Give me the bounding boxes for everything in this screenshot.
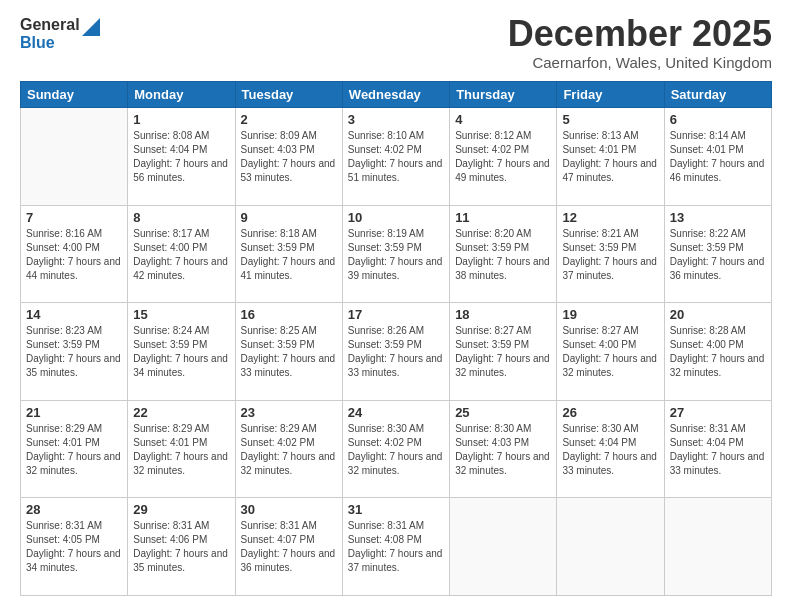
daylight: Daylight: 7 hours and 32 minutes. bbox=[562, 353, 657, 378]
table-row: 2 Sunrise: 8:09 AM Sunset: 4:03 PM Dayli… bbox=[235, 108, 342, 206]
day-number: 15 bbox=[133, 307, 229, 322]
day-number: 2 bbox=[241, 112, 337, 127]
col-sunday: Sunday bbox=[21, 82, 128, 108]
sunrise: Sunrise: 8:17 AM bbox=[133, 228, 209, 239]
table-row: 10 Sunrise: 8:19 AM Sunset: 3:59 PM Dayl… bbox=[342, 205, 449, 303]
table-row: 16 Sunrise: 8:25 AM Sunset: 3:59 PM Dayl… bbox=[235, 303, 342, 401]
sunset: Sunset: 4:00 PM bbox=[670, 339, 744, 350]
day-info: Sunrise: 8:25 AM Sunset: 3:59 PM Dayligh… bbox=[241, 324, 337, 380]
day-number: 4 bbox=[455, 112, 551, 127]
table-row: 20 Sunrise: 8:28 AM Sunset: 4:00 PM Dayl… bbox=[664, 303, 771, 401]
calendar-week-row: 14 Sunrise: 8:23 AM Sunset: 3:59 PM Dayl… bbox=[21, 303, 772, 401]
sunset: Sunset: 4:01 PM bbox=[26, 437, 100, 448]
daylight: Daylight: 7 hours and 49 minutes. bbox=[455, 158, 550, 183]
day-info: Sunrise: 8:20 AM Sunset: 3:59 PM Dayligh… bbox=[455, 227, 551, 283]
day-number: 26 bbox=[562, 405, 658, 420]
sunrise: Sunrise: 8:19 AM bbox=[348, 228, 424, 239]
table-row: 21 Sunrise: 8:29 AM Sunset: 4:01 PM Dayl… bbox=[21, 400, 128, 498]
sunrise: Sunrise: 8:31 AM bbox=[670, 423, 746, 434]
logo-general: General bbox=[20, 16, 80, 34]
daylight: Daylight: 7 hours and 34 minutes. bbox=[26, 548, 121, 573]
sunset: Sunset: 4:04 PM bbox=[670, 437, 744, 448]
table-row: 30 Sunrise: 8:31 AM Sunset: 4:07 PM Dayl… bbox=[235, 498, 342, 596]
daylight: Daylight: 7 hours and 36 minutes. bbox=[241, 548, 336, 573]
sunrise: Sunrise: 8:14 AM bbox=[670, 130, 746, 141]
sunrise: Sunrise: 8:21 AM bbox=[562, 228, 638, 239]
sunrise: Sunrise: 8:29 AM bbox=[241, 423, 317, 434]
sunset: Sunset: 3:59 PM bbox=[348, 339, 422, 350]
sunset: Sunset: 4:03 PM bbox=[455, 437, 529, 448]
logo-blue: Blue bbox=[20, 34, 80, 52]
table-row: 12 Sunrise: 8:21 AM Sunset: 3:59 PM Dayl… bbox=[557, 205, 664, 303]
sunset: Sunset: 4:02 PM bbox=[348, 437, 422, 448]
table-row: 4 Sunrise: 8:12 AM Sunset: 4:02 PM Dayli… bbox=[450, 108, 557, 206]
day-info: Sunrise: 8:13 AM Sunset: 4:01 PM Dayligh… bbox=[562, 129, 658, 185]
sunrise: Sunrise: 8:26 AM bbox=[348, 325, 424, 336]
sunrise: Sunrise: 8:30 AM bbox=[348, 423, 424, 434]
table-row: 17 Sunrise: 8:26 AM Sunset: 3:59 PM Dayl… bbox=[342, 303, 449, 401]
daylight: Daylight: 7 hours and 35 minutes. bbox=[26, 353, 121, 378]
svg-marker-0 bbox=[82, 18, 100, 36]
daylight: Daylight: 7 hours and 35 minutes. bbox=[133, 548, 228, 573]
daylight: Daylight: 7 hours and 32 minutes. bbox=[455, 353, 550, 378]
sunrise: Sunrise: 8:30 AM bbox=[562, 423, 638, 434]
sunset: Sunset: 4:01 PM bbox=[133, 437, 207, 448]
day-number: 1 bbox=[133, 112, 229, 127]
sunset: Sunset: 3:59 PM bbox=[348, 242, 422, 253]
sunset: Sunset: 3:59 PM bbox=[241, 339, 315, 350]
sunset: Sunset: 4:00 PM bbox=[26, 242, 100, 253]
table-row: 5 Sunrise: 8:13 AM Sunset: 4:01 PM Dayli… bbox=[557, 108, 664, 206]
month-title: December 2025 bbox=[508, 16, 772, 52]
daylight: Daylight: 7 hours and 44 minutes. bbox=[26, 256, 121, 281]
logo: General Blue bbox=[20, 16, 100, 51]
daylight: Daylight: 7 hours and 32 minutes. bbox=[455, 451, 550, 476]
daylight: Daylight: 7 hours and 39 minutes. bbox=[348, 256, 443, 281]
sunset: Sunset: 3:59 PM bbox=[241, 242, 315, 253]
day-number: 23 bbox=[241, 405, 337, 420]
sunset: Sunset: 4:02 PM bbox=[348, 144, 422, 155]
day-info: Sunrise: 8:21 AM Sunset: 3:59 PM Dayligh… bbox=[562, 227, 658, 283]
sunset: Sunset: 4:07 PM bbox=[241, 534, 315, 545]
daylight: Daylight: 7 hours and 34 minutes. bbox=[133, 353, 228, 378]
day-info: Sunrise: 8:09 AM Sunset: 4:03 PM Dayligh… bbox=[241, 129, 337, 185]
day-info: Sunrise: 8:22 AM Sunset: 3:59 PM Dayligh… bbox=[670, 227, 766, 283]
day-number: 17 bbox=[348, 307, 444, 322]
sunrise: Sunrise: 8:20 AM bbox=[455, 228, 531, 239]
day-number: 31 bbox=[348, 502, 444, 517]
sunset: Sunset: 4:02 PM bbox=[241, 437, 315, 448]
daylight: Daylight: 7 hours and 33 minutes. bbox=[348, 353, 443, 378]
day-number: 25 bbox=[455, 405, 551, 420]
day-info: Sunrise: 8:29 AM Sunset: 4:01 PM Dayligh… bbox=[133, 422, 229, 478]
table-row: 13 Sunrise: 8:22 AM Sunset: 3:59 PM Dayl… bbox=[664, 205, 771, 303]
calendar-table: Sunday Monday Tuesday Wednesday Thursday… bbox=[20, 81, 772, 596]
table-row: 29 Sunrise: 8:31 AM Sunset: 4:06 PM Dayl… bbox=[128, 498, 235, 596]
daylight: Daylight: 7 hours and 33 minutes. bbox=[670, 451, 765, 476]
day-info: Sunrise: 8:31 AM Sunset: 4:04 PM Dayligh… bbox=[670, 422, 766, 478]
sunrise: Sunrise: 8:10 AM bbox=[348, 130, 424, 141]
daylight: Daylight: 7 hours and 41 minutes. bbox=[241, 256, 336, 281]
header: General Blue December 2025 Caernarfon, W… bbox=[20, 16, 772, 71]
table-row: 22 Sunrise: 8:29 AM Sunset: 4:01 PM Dayl… bbox=[128, 400, 235, 498]
sunset: Sunset: 4:05 PM bbox=[26, 534, 100, 545]
daylight: Daylight: 7 hours and 37 minutes. bbox=[562, 256, 657, 281]
day-info: Sunrise: 8:18 AM Sunset: 3:59 PM Dayligh… bbox=[241, 227, 337, 283]
day-number: 14 bbox=[26, 307, 122, 322]
day-info: Sunrise: 8:31 AM Sunset: 4:05 PM Dayligh… bbox=[26, 519, 122, 575]
day-number: 12 bbox=[562, 210, 658, 225]
table-row: 26 Sunrise: 8:30 AM Sunset: 4:04 PM Dayl… bbox=[557, 400, 664, 498]
col-wednesday: Wednesday bbox=[342, 82, 449, 108]
sunrise: Sunrise: 8:29 AM bbox=[133, 423, 209, 434]
daylight: Daylight: 7 hours and 37 minutes. bbox=[348, 548, 443, 573]
sunrise: Sunrise: 8:22 AM bbox=[670, 228, 746, 239]
table-row: 25 Sunrise: 8:30 AM Sunset: 4:03 PM Dayl… bbox=[450, 400, 557, 498]
day-number: 21 bbox=[26, 405, 122, 420]
table-row: 19 Sunrise: 8:27 AM Sunset: 4:00 PM Dayl… bbox=[557, 303, 664, 401]
daylight: Daylight: 7 hours and 33 minutes. bbox=[562, 451, 657, 476]
col-saturday: Saturday bbox=[664, 82, 771, 108]
day-number: 19 bbox=[562, 307, 658, 322]
table-row bbox=[450, 498, 557, 596]
sunset: Sunset: 4:03 PM bbox=[241, 144, 315, 155]
day-number: 7 bbox=[26, 210, 122, 225]
calendar-week-row: 7 Sunrise: 8:16 AM Sunset: 4:00 PM Dayli… bbox=[21, 205, 772, 303]
day-number: 3 bbox=[348, 112, 444, 127]
